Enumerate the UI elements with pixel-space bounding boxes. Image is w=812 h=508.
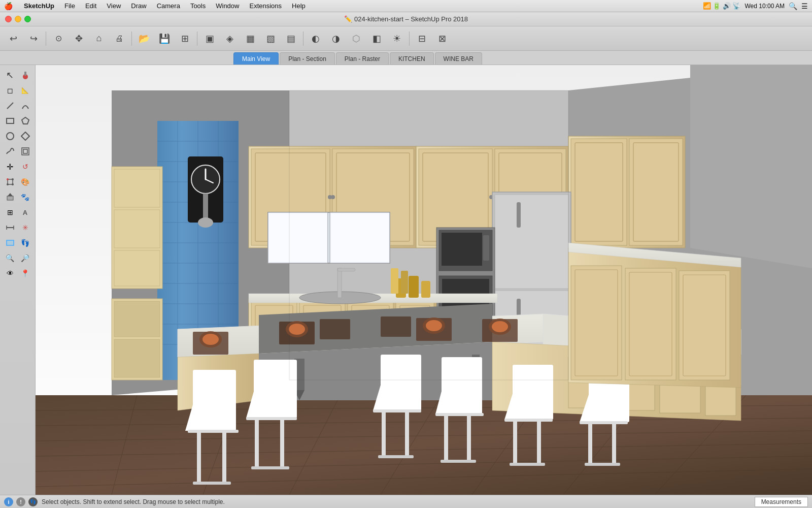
open-button[interactable]: 📂 xyxy=(135,29,153,48)
menu-draw[interactable]: Draw xyxy=(126,0,151,12)
svg-rect-180 xyxy=(373,409,421,412)
svg-rect-3 xyxy=(7,118,14,123)
home-button[interactable]: ⌂ xyxy=(90,29,108,48)
svg-point-75 xyxy=(331,195,335,199)
tool-row-14: 👁 📍 xyxy=(3,266,32,280)
warning-icon[interactable]: ! xyxy=(16,497,25,506)
svg-rect-100 xyxy=(442,233,482,266)
menu-bar-right: 📶 🔋 🔊 📡 Wed 10:00 AM 🔍 ☰ xyxy=(703,2,808,10)
walk-tool[interactable]: 👣 xyxy=(18,236,32,250)
svg-point-153 xyxy=(492,321,508,332)
status-bar: i ! 👣 Select objects. Shift to extend se… xyxy=(0,495,812,508)
forward-button[interactable]: ↪ xyxy=(24,29,43,48)
svg-rect-194 xyxy=(537,422,541,465)
menu-extensions[interactable]: Extensions xyxy=(244,0,287,12)
paint-tool[interactable]: 🎨 xyxy=(18,175,32,189)
tape-measure-tool[interactable]: 📐 xyxy=(18,83,32,98)
menu-camera[interactable]: Camera xyxy=(152,0,185,12)
svg-rect-171 xyxy=(193,482,231,485)
iso-button[interactable]: ◈ xyxy=(221,29,239,48)
3d-viewport[interactable] xyxy=(36,65,812,495)
components-tool[interactable]: ⊞ xyxy=(3,205,17,219)
tab-main-view[interactable]: Main View xyxy=(233,52,279,65)
rectangle-tool[interactable] xyxy=(3,114,17,128)
menu-bar: 🍎 SketchUp File Edit View Draw Camera To… xyxy=(0,0,812,12)
side-view-button[interactable]: ▧ xyxy=(261,29,280,48)
info-icon[interactable]: i xyxy=(4,497,13,506)
text-tool[interactable]: A xyxy=(18,205,32,219)
component-button[interactable]: ⊞ xyxy=(176,29,194,48)
walk-status-icon[interactable]: 👣 xyxy=(28,497,38,506)
axis-tool[interactable]: ✳ xyxy=(18,220,32,235)
svg-rect-19 xyxy=(7,240,14,245)
shape-tool[interactable] xyxy=(18,129,32,143)
tool-row-12: 👣 xyxy=(3,236,32,250)
look-around-tool[interactable]: 👁 xyxy=(3,266,17,280)
print-button[interactable]: 🖨 xyxy=(110,29,128,48)
menu-tools[interactable]: Tools xyxy=(185,0,211,12)
menu-file[interactable]: File xyxy=(59,0,80,12)
menu-view[interactable]: View xyxy=(101,0,126,12)
section2-button[interactable]: ⊠ xyxy=(433,29,451,48)
notification-icon[interactable]: ☰ xyxy=(801,2,808,10)
move-tool[interactable]: ✛ xyxy=(3,160,17,174)
back-button[interactable]: ↩ xyxy=(4,29,22,48)
tab-plan-section[interactable]: Plan - Section xyxy=(280,52,335,65)
line-tool[interactable] xyxy=(3,99,17,113)
dimension-tool[interactable] xyxy=(3,220,17,235)
style1-button[interactable]: ◐ xyxy=(307,29,325,48)
orbit-button[interactable]: ⊙ xyxy=(49,29,67,48)
followme-tool[interactable]: 🐾 xyxy=(18,190,32,204)
save-button[interactable]: 💾 xyxy=(155,29,174,48)
menu-sketchup[interactable]: SketchUp xyxy=(19,0,59,12)
menu-edit[interactable]: Edit xyxy=(80,0,101,12)
style2-button[interactable]: ◑ xyxy=(327,29,345,48)
svg-rect-118 xyxy=(337,268,355,271)
tab-kitchen[interactable]: KITCHEN xyxy=(390,52,434,65)
svg-rect-94 xyxy=(495,195,568,289)
menu-help[interactable]: Help xyxy=(287,0,311,12)
search-icon[interactable]: 🔍 xyxy=(789,2,797,10)
scale-tool[interactable] xyxy=(3,175,17,189)
offset-tool[interactable] xyxy=(18,144,32,158)
maximize-button[interactable] xyxy=(24,16,31,22)
top-view-button[interactable]: ▤ xyxy=(282,29,300,48)
eraser-tool[interactable]: ◻ xyxy=(3,83,17,98)
menu-window[interactable]: Window xyxy=(211,0,244,12)
zoom-extents-tool[interactable]: 🔎 xyxy=(18,251,32,265)
cube-view-button[interactable]: ▣ xyxy=(200,29,219,48)
svg-marker-6 xyxy=(21,132,29,140)
tab-wine-bar[interactable]: WINE BAR xyxy=(435,52,482,65)
svg-rect-198 xyxy=(580,421,628,424)
select-tool[interactable]: ↖ xyxy=(3,68,17,82)
style3-button[interactable]: ⬡ xyxy=(347,29,365,48)
pan-button[interactable]: ✥ xyxy=(70,29,88,48)
front-view-button[interactable]: ▦ xyxy=(241,29,259,48)
svg-rect-9 xyxy=(8,179,13,184)
zoom-tool[interactable]: 🔍 xyxy=(3,251,17,265)
scene-tabs: Main View Plan - Section Plan - Raster K… xyxy=(0,51,812,65)
style4-button[interactable]: ◧ xyxy=(367,29,386,48)
svg-rect-188 xyxy=(467,416,471,462)
svg-rect-175 xyxy=(255,420,259,468)
section-plane-tool[interactable] xyxy=(3,236,17,250)
minimize-button[interactable] xyxy=(15,16,21,22)
kitchen-scene xyxy=(36,65,812,495)
svg-rect-60 xyxy=(203,194,208,219)
tab-plan-raster[interactable]: Plan - Raster xyxy=(336,52,389,65)
freehand-tool[interactable] xyxy=(3,144,17,158)
circle-tool[interactable] xyxy=(3,129,17,143)
apple-logo-icon[interactable]: 🍎 xyxy=(4,2,13,10)
svg-point-145 xyxy=(289,324,305,335)
position-tool[interactable]: 📍 xyxy=(18,266,32,280)
section-button[interactable]: ⊟ xyxy=(413,29,431,48)
arc-tool[interactable] xyxy=(18,99,32,113)
svg-rect-168 xyxy=(188,430,239,433)
paint-bucket-tool[interactable] xyxy=(18,68,32,82)
rotate-tool[interactable]: ↺ xyxy=(18,160,32,174)
close-button[interactable] xyxy=(5,16,12,22)
pushpull-tool[interactable] xyxy=(3,190,17,204)
shadow-button[interactable]: ☀ xyxy=(388,29,406,48)
polygon-tool[interactable] xyxy=(18,114,32,128)
tool-row-13: 🔍 🔎 xyxy=(3,251,32,265)
